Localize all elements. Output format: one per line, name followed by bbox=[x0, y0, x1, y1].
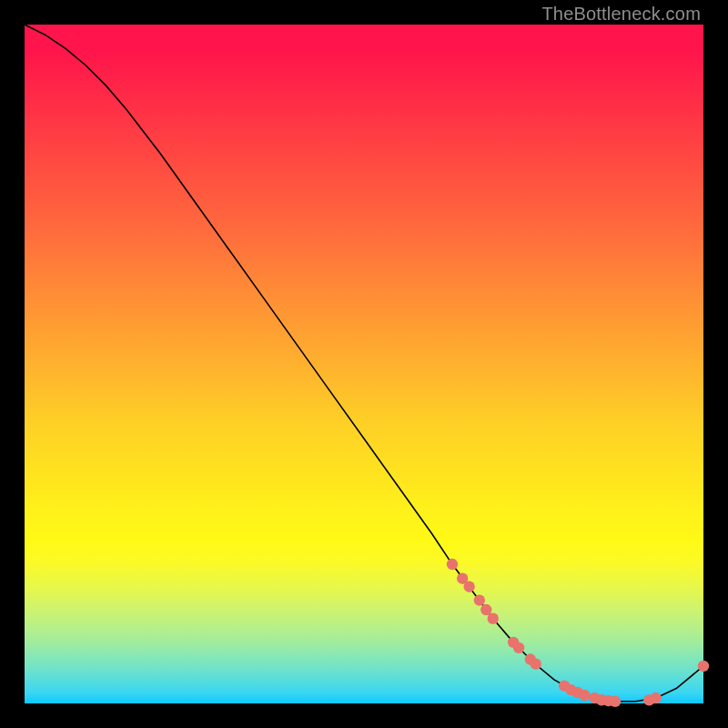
watermark-text: TheBottleneck.com bbox=[541, 4, 701, 25]
data-point bbox=[474, 594, 485, 605]
data-point bbox=[531, 659, 541, 670]
data-point bbox=[513, 642, 524, 653]
chart-container: TheBottleneck.com bbox=[0, 0, 728, 728]
data-point bbox=[579, 690, 590, 701]
data-point bbox=[463, 581, 474, 592]
data-points-group bbox=[447, 559, 709, 707]
data-point bbox=[651, 693, 662, 703]
data-point bbox=[488, 613, 499, 624]
data-point bbox=[447, 559, 458, 570]
data-point bbox=[698, 661, 709, 672]
data-point bbox=[480, 604, 491, 615]
plot-area bbox=[25, 25, 703, 703]
curve-line bbox=[25, 25, 703, 702]
data-point bbox=[610, 696, 621, 707]
chart-svg bbox=[25, 25, 703, 703]
